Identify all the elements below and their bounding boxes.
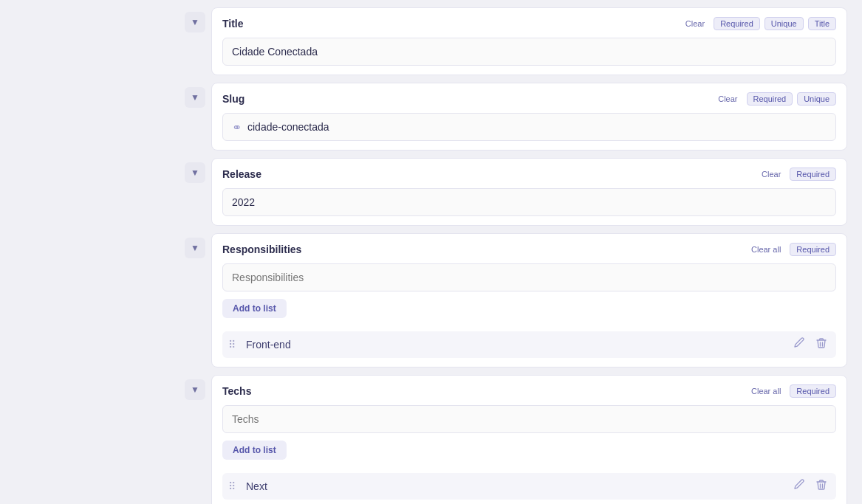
responsibilities-required-badge: Required <box>790 243 836 256</box>
responsibilities-item-0-delete-button[interactable] <box>813 336 830 353</box>
techs-field-label: Techs <box>222 385 251 397</box>
slug-required-badge: Required <box>747 92 793 106</box>
slug-field-label: Slug <box>222 93 244 105</box>
list-item: ⠿ Front-end <box>222 331 836 358</box>
title-field-content: Title Clear Required Unique Title <box>211 7 847 75</box>
responsibilities-field-label: Responsibilities <box>222 244 301 255</box>
release-input[interactable] <box>222 188 836 216</box>
techs-required-badge: Required <box>790 384 836 398</box>
slug-input-wrapper: ⚭ <box>222 113 836 141</box>
slug-badges: Clear Required Unique <box>714 92 836 106</box>
release-field-block: ▼ Release Clear Required <box>185 158 847 226</box>
responsibilities-clear-all-button[interactable]: Clear all <box>747 244 785 255</box>
techs-input-wrapper <box>222 405 836 433</box>
techs-item-0-actions <box>790 477 830 495</box>
title-field-label: Title <box>222 18 244 30</box>
release-field-content: Release Clear Required <box>211 158 847 226</box>
link-icon: ⚭ <box>232 120 242 134</box>
title-required-badge: Required <box>714 17 760 30</box>
slug-input[interactable] <box>247 114 827 140</box>
delete-icon <box>815 337 827 349</box>
edit-icon <box>793 479 805 491</box>
responsibilities-field-block: ▼ Responsibilities Clear all Required Ad… <box>185 233 847 367</box>
chevron-down-icon: ▼ <box>191 17 199 27</box>
techs-badges: Clear all Required <box>747 384 836 398</box>
responsibilities-item-0-actions <box>790 336 830 353</box>
responsibilities-field-content: Responsibilities Clear all Required Add … <box>211 233 847 367</box>
responsibilities-badges: Clear all Required <box>747 243 836 256</box>
left-sidebar <box>0 0 177 504</box>
title-field-block: ▼ Title Clear Required Unique Title <box>185 7 847 75</box>
techs-item-0-delete-button[interactable] <box>813 477 830 495</box>
release-clear-button[interactable]: Clear <box>757 168 785 180</box>
release-badges: Clear Required <box>757 168 836 181</box>
slug-field-block: ▼ Slug Clear Required Unique ⚭ <box>185 83 847 151</box>
title-title-badge: Title <box>808 17 836 30</box>
title-field-header: Title Clear Required Unique Title <box>222 17 836 30</box>
delete-icon <box>815 479 827 491</box>
techs-add-to-list-button[interactable]: Add to list <box>222 441 287 460</box>
title-collapse-btn[interactable]: ▼ <box>185 12 205 32</box>
responsibilities-text-input[interactable] <box>222 263 836 291</box>
chevron-down-icon: ▼ <box>191 92 199 103</box>
title-badges: Clear Required Unique Title <box>681 17 836 30</box>
responsibilities-item-0-edit-button[interactable] <box>790 336 808 353</box>
main-content: ▼ Title Clear Required Unique Title ▼ <box>177 0 862 504</box>
techs-field-block: ▼ Techs Clear all Required Add to list ⠿… <box>185 375 847 504</box>
release-field-header: Release Clear Required <box>222 168 836 181</box>
techs-collapse-btn[interactable]: ▼ <box>185 379 205 400</box>
techs-field-header: Techs Clear all Required <box>222 384 836 398</box>
slug-field-content: Slug Clear Required Unique ⚭ <box>211 83 847 151</box>
slug-unique-badge: Unique <box>797 92 836 106</box>
chevron-down-icon: ▼ <box>191 243 199 253</box>
chevron-down-icon: ▼ <box>191 384 199 395</box>
chevron-down-icon: ▼ <box>191 168 199 178</box>
page-container: ▼ Title Clear Required Unique Title ▼ <box>0 0 862 504</box>
responsibilities-input-wrapper <box>222 263 836 291</box>
title-clear-button[interactable]: Clear <box>681 18 709 30</box>
techs-text-input[interactable] <box>222 405 836 433</box>
techs-field-content: Techs Clear all Required Add to list ⠿ N… <box>211 375 847 504</box>
responsibilities-field-header: Responsibilities Clear all Required <box>222 243 836 256</box>
responsibilities-add-to-list-button[interactable]: Add to list <box>222 299 287 318</box>
responsibilities-collapse-btn[interactable]: ▼ <box>185 238 205 258</box>
slug-clear-button[interactable]: Clear <box>714 93 742 105</box>
list-item: ⠿ Next <box>222 473 836 500</box>
release-collapse-btn[interactable]: ▼ <box>185 162 205 183</box>
techs-item-0-text: Next <box>242 477 784 495</box>
title-input[interactable] <box>222 38 836 66</box>
slug-field-header: Slug Clear Required Unique <box>222 92 836 106</box>
drag-handle-icon[interactable]: ⠿ <box>228 480 236 492</box>
drag-handle-icon[interactable]: ⠿ <box>228 339 236 351</box>
title-unique-badge: Unique <box>764 17 804 30</box>
slug-collapse-btn[interactable]: ▼ <box>185 87 205 108</box>
responsibilities-item-0-text: Front-end <box>242 336 784 353</box>
techs-clear-all-button[interactable]: Clear all <box>747 385 785 397</box>
edit-icon <box>793 337 805 349</box>
release-required-badge: Required <box>790 168 836 181</box>
release-field-label: Release <box>222 168 261 180</box>
techs-item-0-edit-button[interactable] <box>790 477 808 495</box>
